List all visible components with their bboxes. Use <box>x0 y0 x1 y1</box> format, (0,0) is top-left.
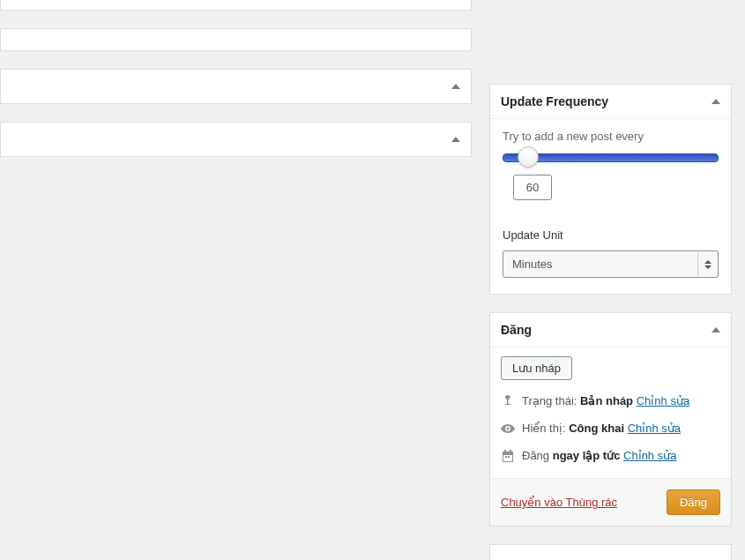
publish-button[interactable]: Đăng <box>667 489 720 515</box>
save-draft-button[interactable]: Lưu nháp <box>501 356 572 380</box>
calendar-icon <box>501 450 515 462</box>
schedule-edit-link[interactable]: Chỉnh sửa <box>623 449 676 462</box>
collapse-toggle-icon[interactable] <box>711 327 720 332</box>
update-frequency-metabox: Update Frequency Try to add a new post e… <box>489 84 732 295</box>
empty-metabox-1 <box>0 28 472 51</box>
frequency-slider[interactable] <box>503 153 719 162</box>
visibility-row: Hiển thị: Công khai Chỉnh sửa <box>522 422 681 435</box>
eye-icon <box>501 424 515 433</box>
publish-title: Đăng <box>501 323 532 337</box>
update-unit-select[interactable]: Minutes <box>503 250 719 278</box>
collapsed-metabox-1[interactable] <box>0 69 472 104</box>
next-metabox-stub <box>489 544 732 560</box>
frequency-slider-handle[interactable] <box>518 146 539 168</box>
collapse-toggle-icon[interactable] <box>711 99 720 104</box>
pin-icon <box>501 395 515 407</box>
frequency-value-input[interactable] <box>513 175 552 200</box>
collapse-toggle-icon[interactable] <box>451 84 460 89</box>
update-unit-label: Update Unit <box>503 228 719 242</box>
collapse-toggle-icon[interactable] <box>451 137 460 142</box>
visibility-edit-link[interactable]: Chỉnh sửa <box>628 422 681 435</box>
status-row: Trạng thái: Bản nháp Chỉnh sửa <box>522 394 689 407</box>
move-to-trash-link[interactable]: Chuyển vào Thùng rác <box>501 496 617 509</box>
update-frequency-title: Update Frequency <box>501 94 608 108</box>
top-trimmed-metabox <box>0 0 472 11</box>
status-edit-link[interactable]: Chỉnh sửa <box>637 394 689 407</box>
publish-metabox: Đăng Lưu nháp Trạng thái: Bản nháp Chỉnh… <box>489 312 732 526</box>
collapsed-metabox-2[interactable] <box>0 122 472 157</box>
update-frequency-hint: Try to add a new post every <box>503 130 719 143</box>
schedule-row: Đăng ngay lập tức Chỉnh sửa <box>522 449 676 462</box>
